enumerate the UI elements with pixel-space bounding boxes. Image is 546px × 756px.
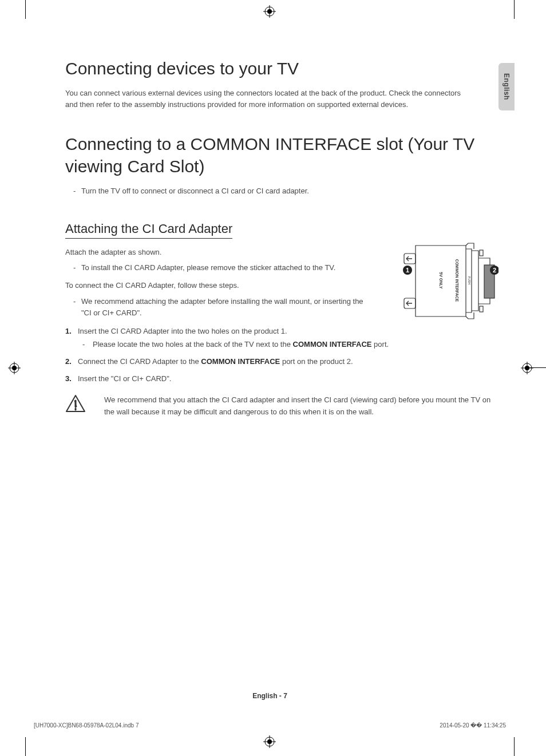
heading-common-interface: Connecting to a COMMON INTERFACE slot (Y… bbox=[65, 133, 497, 177]
diagram-label-5v: 5V ONLY bbox=[439, 272, 443, 289]
doc-footer-filename: [UH7000-XC]BN68-05978A-02L04.indb 7 bbox=[34, 722, 139, 729]
diagram-label-ci: COMMON INTERFACE bbox=[455, 259, 459, 302]
step-1-text: Insert the CI CARD Adapter into the two … bbox=[78, 327, 287, 335]
document-footer: [UH7000-XC]BN68-05978A-02L04.indb 7 2014… bbox=[34, 722, 506, 729]
connect-bullet-item: We recommend attaching the adapter befor… bbox=[73, 296, 374, 320]
intro-paragraph: You can connect various external devices… bbox=[65, 88, 466, 110]
caution-block: We recommend that you attach the CI Card… bbox=[65, 394, 497, 418]
heading-connecting-devices: Connecting devices to your TV bbox=[65, 57, 497, 80]
page-frame: English Connecting devices to your TV Yo… bbox=[25, 26, 515, 730]
registration-mark-icon bbox=[263, 5, 276, 18]
svg-rect-18 bbox=[480, 306, 483, 312]
connect-intro: To connect the CI CARD Adapter, follow t… bbox=[65, 280, 374, 291]
connect-bullet-list: We recommend attaching the adapter befor… bbox=[65, 296, 374, 320]
caution-icon bbox=[65, 394, 86, 415]
ci-prereq-item: Turn the TV off to connect or disconnect… bbox=[73, 185, 497, 197]
ci-prereq-list: Turn the TV off to connect or disconnect… bbox=[65, 185, 497, 197]
subheading-attach-adapter: Attaching the CI Card Adapter bbox=[65, 221, 232, 239]
diagram-label-push: PUSH bbox=[468, 276, 471, 284]
caution-text: We recommend that you attach the CI Card… bbox=[104, 394, 497, 418]
step-3: Insert the "CI or CI+ CARD". bbox=[65, 373, 497, 385]
crop-mark bbox=[514, 737, 515, 756]
registration-mark-icon bbox=[8, 362, 21, 374]
svg-rect-17 bbox=[480, 250, 483, 256]
diagram-marker-2: 2 bbox=[493, 267, 496, 274]
crop-mark bbox=[25, 737, 26, 756]
step-1-sub: Please locate the two holes at the back … bbox=[82, 339, 497, 351]
step-1: Insert the CI CARD Adapter into the two … bbox=[65, 325, 497, 351]
content-area: Connecting devices to your TV You can co… bbox=[65, 57, 497, 418]
steps-list: Insert the CI CARD Adapter into the two … bbox=[65, 325, 497, 385]
registration-mark-icon bbox=[521, 362, 533, 374]
attach-bullet-list: To install the CI CARD Adapter, please r… bbox=[65, 262, 374, 274]
language-tab: English bbox=[498, 63, 515, 110]
language-tab-label: English bbox=[503, 73, 511, 100]
crop-mark bbox=[514, 0, 515, 19]
registration-mark-icon bbox=[263, 735, 276, 748]
ci-adapter-diagram: 1 2 5V ONLY COMMON INTERFACE PUSH bbox=[398, 242, 498, 328]
attach-intro: Attach the adapter as shown. bbox=[65, 247, 374, 258]
page-number: English - 7 bbox=[25, 692, 515, 700]
diagram-marker-1: 1 bbox=[406, 267, 409, 274]
step-2: Connect the CI CARD Adapter to the COMMO… bbox=[65, 355, 497, 368]
doc-footer-timestamp: 2014-05-20 �� 11:34:25 bbox=[440, 722, 506, 729]
attach-bullet-item: To install the CI CARD Adapter, please r… bbox=[73, 262, 374, 274]
attach-section: 1 2 5V ONLY COMMON INTERFACE PUSH Attach… bbox=[65, 247, 497, 418]
crop-mark bbox=[25, 0, 26, 19]
